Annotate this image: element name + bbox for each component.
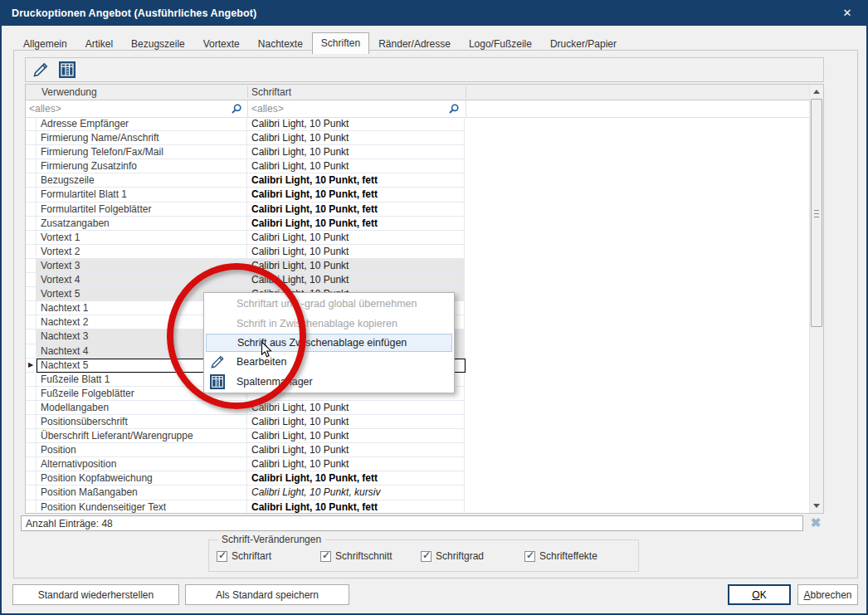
- checkbox-box[interactable]: ✓: [524, 551, 535, 562]
- menu-item-4[interactable]: Bearbeiten: [204, 352, 454, 372]
- cell-schriftart[interactable]: Calibri Light, 10 Punkt: [247, 259, 465, 273]
- scroll-down-icon[interactable]: [810, 499, 823, 513]
- cell-verwendung[interactable]: Formulartitel Folgeblätter: [37, 203, 247, 217]
- cell-verwendung[interactable]: Alternativposition: [37, 457, 247, 471]
- vertical-scrollbar[interactable]: [809, 85, 823, 513]
- table-row[interactable]: ModellangabenCalibri Light, 10 Punkt: [26, 401, 809, 415]
- column-manager-icon[interactable]: [57, 61, 77, 79]
- table-row[interactable]: PositionCalibri Light, 10 Punkt: [26, 443, 809, 457]
- cell-verwendung[interactable]: Position: [37, 443, 247, 457]
- cell-schriftart[interactable]: Calibri Light, 10 Punkt, fett: [247, 217, 465, 231]
- cell-verwendung[interactable]: Bezugszeile: [37, 173, 247, 188]
- cell-schriftart[interactable]: Calibri Light, 10 Punkt: [247, 145, 465, 159]
- menu-item-5[interactable]: Spaltenmanager: [204, 372, 454, 392]
- cell-schriftart[interactable]: Calibri Light, 10 Punkt: [247, 245, 465, 259]
- cell-verwendung[interactable]: Zusatzangaben: [37, 217, 247, 231]
- cell-verwendung[interactable]: Vortext 3: [37, 259, 247, 273]
- cell-schriftart[interactable]: Calibri Light, 10 Punkt: [247, 429, 465, 443]
- checkbox-schrifteffekte[interactable]: ✓Schrifteffekte: [524, 550, 597, 562]
- clear-filter-icon[interactable]: ✖: [807, 515, 824, 531]
- cell-schriftart[interactable]: Calibri Light, 10 Punkt, fett: [247, 203, 465, 217]
- cell-verwendung[interactable]: Firmierung Name/Anschrift: [37, 131, 247, 145]
- cancel-button[interactable]: Abbrechen: [797, 584, 858, 605]
- table-row[interactable]: Position MaßangabenCalibri Light, 10 Pun…: [26, 486, 809, 500]
- ok-button[interactable]: OK: [728, 584, 791, 605]
- cell-schriftart[interactable]: Calibri Light, 10 Punkt: [247, 415, 465, 429]
- menu-item-3[interactable]: Schrift aus Zwischenablage einfügen: [206, 334, 452, 352]
- cell-schriftart[interactable]: Calibri Light, 10 Punkt: [247, 231, 465, 245]
- cell-schriftart[interactable]: Calibri Light, 10 Punkt: [247, 117, 465, 131]
- tab-nachtexte[interactable]: Nachtexte: [249, 35, 312, 53]
- cell-schriftart[interactable]: Calibri Light, 10 Punkt, fett: [247, 471, 465, 486]
- restore-default-button[interactable]: Standard wiederherstellen: [12, 584, 179, 605]
- cell-verwendung[interactable]: Position Maßangaben: [37, 486, 247, 500]
- tab-schriften[interactable]: Schriften: [312, 32, 369, 54]
- cell-schriftart[interactable]: Calibri Light, 10 Punkt: [247, 401, 465, 415]
- cell-verwendung[interactable]: Positionsüberschrift: [37, 415, 247, 429]
- table-row[interactable]: AlternativpositionCalibri Light, 10 Punk…: [26, 457, 809, 471]
- tab-artikel[interactable]: Artikel: [76, 35, 122, 53]
- table-row[interactable]: Formulartitel FolgeblätterCalibri Light,…: [26, 203, 809, 217]
- table-row[interactable]: ZusatzangabenCalibri Light, 10 Punkt, fe…: [26, 217, 809, 231]
- tab-allgemein[interactable]: Allgemein: [14, 35, 76, 53]
- table-row[interactable]: BezugszeileCalibri Light, 10 Punkt, fett: [26, 173, 809, 188]
- checkbox-box[interactable]: ✓: [320, 551, 331, 562]
- cell-verwendung[interactable]: Adresse Empfänger: [37, 117, 247, 131]
- table-row[interactable]: Firmierung Name/AnschriftCalibri Light, …: [26, 131, 809, 145]
- table-row[interactable]: Vortext 1Calibri Light, 10 Punkt: [26, 231, 809, 245]
- scroll-up-icon[interactable]: [810, 85, 823, 99]
- tab-vortexte[interactable]: Vortexte: [194, 35, 249, 53]
- cell-verwendung[interactable]: Firmierung Zusatzinfo: [37, 159, 247, 173]
- filter-verwendung-input[interactable]: <alles>: [29, 103, 61, 115]
- cell-schriftart[interactable]: Calibri Light, 10 Punkt: [247, 457, 465, 471]
- cell-verwendung[interactable]: Firmierung Telefon/Fax/Mail: [37, 145, 247, 159]
- column-separator[interactable]: [247, 86, 248, 98]
- cell-schriftart[interactable]: Calibri Light, 10 Punkt: [247, 443, 465, 457]
- cell-schriftart[interactable]: Calibri Light, 10 Punkt: [247, 273, 465, 287]
- column-separator[interactable]: [466, 86, 466, 98]
- table-row[interactable]: Vortext 4Calibri Light, 10 Punkt: [26, 273, 809, 287]
- tab-bezugszeile[interactable]: Bezugszeile: [122, 35, 194, 53]
- filter-schriftart-input[interactable]: <alles>: [251, 103, 284, 115]
- cell-verwendung[interactable]: Überschrift Lieferant/Warengruppe: [37, 429, 247, 443]
- cell-schriftart[interactable]: Calibri Light, 10 Punkt, kursiv: [247, 486, 465, 500]
- column-header-schriftart[interactable]: Schriftart: [251, 86, 291, 98]
- checkbox-schriftart[interactable]: ✓Schriftart: [217, 550, 271, 562]
- scrollbar-thumb[interactable]: [811, 99, 822, 327]
- edit-pencil-icon[interactable]: [32, 61, 51, 79]
- cell-verwendung[interactable]: Position Kundenseitiger Text: [37, 500, 247, 513]
- table-row[interactable]: Formulartitel Blatt 1Calibri Light, 10 P…: [26, 188, 809, 202]
- table-row[interactable]: Position Kundenseitiger TextCalibri Ligh…: [26, 500, 809, 513]
- cell-verwendung[interactable]: Vortext 2: [37, 245, 247, 259]
- table-row[interactable]: Adresse EmpfängerCalibri Light, 10 Punkt: [26, 117, 809, 131]
- table-row[interactable]: Vortext 2Calibri Light, 10 Punkt: [26, 245, 809, 259]
- cell-verwendung[interactable]: Formulartitel Blatt 1: [37, 188, 247, 202]
- cell-schriftart[interactable]: Calibri Light, 10 Punkt: [247, 131, 465, 145]
- cell-verwendung[interactable]: Position Kopfabweichung: [37, 471, 247, 486]
- checkbox-schriftgrad[interactable]: ✓Schriftgrad: [421, 550, 484, 562]
- cell-schriftart[interactable]: Calibri Light, 10 Punkt: [247, 159, 465, 173]
- tab-r-nder-adresse[interactable]: Ränder/Adresse: [369, 35, 460, 53]
- cell-verwendung[interactable]: Vortext 4: [37, 273, 247, 287]
- save-as-default-button[interactable]: Als Standard speichern: [185, 584, 349, 605]
- table-row[interactable]: Firmierung ZusatzinfoCalibri Light, 10 P…: [26, 159, 809, 173]
- cell-schriftart[interactable]: Calibri Light, 10 Punkt, fett: [247, 188, 465, 202]
- tab-logo-fu-zeile[interactable]: Logo/Fußzeile: [460, 35, 541, 53]
- table-row[interactable]: Überschrift Lieferant/WarengruppeCalibri…: [26, 429, 809, 443]
- column-header-verwendung[interactable]: Verwendung: [41, 86, 97, 98]
- table-row[interactable]: Vortext 3Calibri Light, 10 Punkt: [26, 259, 809, 273]
- checkbox-box[interactable]: ✓: [421, 551, 432, 562]
- table-row[interactable]: Position KopfabweichungCalibri Light, 10…: [26, 471, 809, 486]
- checkbox-schriftschnitt[interactable]: ✓Schriftschnitt: [320, 550, 393, 562]
- close-icon[interactable]: ✕: [830, 0, 865, 26]
- search-icon[interactable]: [448, 103, 460, 117]
- cell-verwendung[interactable]: Modellangaben: [37, 401, 247, 415]
- table-row[interactable]: Firmierung Telefon/Fax/MailCalibri Light…: [26, 145, 809, 159]
- cell-verwendung[interactable]: Vortext 1: [37, 231, 247, 245]
- cell-schriftart[interactable]: Calibri Light, 10 Punkt, fett: [247, 500, 465, 513]
- cell-schriftart[interactable]: Calibri Light, 10 Punkt, fett: [247, 173, 465, 188]
- tab-drucker-papier[interactable]: Drucker/Papier: [541, 35, 626, 53]
- table-row[interactable]: PositionsüberschriftCalibri Light, 10 Pu…: [26, 415, 809, 429]
- checkbox-box[interactable]: ✓: [217, 551, 227, 562]
- search-icon[interactable]: [231, 103, 242, 117]
